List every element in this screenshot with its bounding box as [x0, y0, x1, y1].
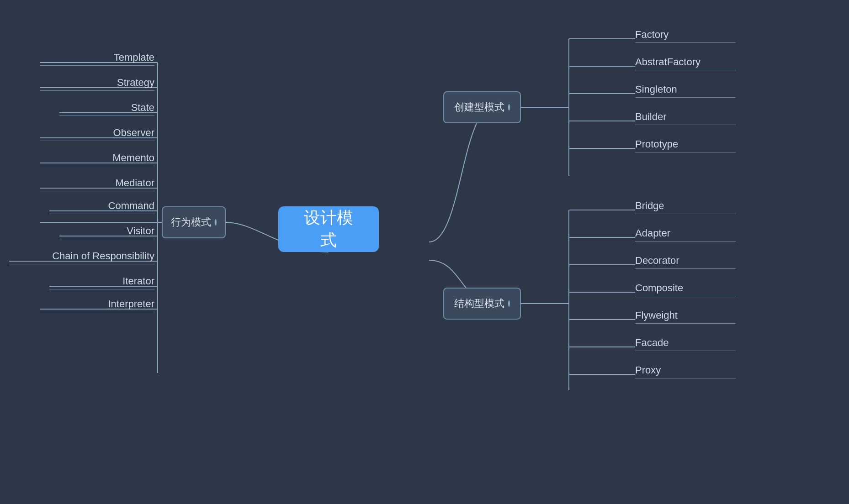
left-mid-label: 行为模式	[171, 215, 211, 229]
right-bottom-mid-label: 结构型模式	[454, 297, 504, 310]
center-label: 设计模式	[297, 207, 361, 252]
leaf-interpreter: Interpreter	[40, 298, 154, 312]
leaf-flyweight: Flyweight	[635, 310, 736, 324]
left-mid-node[interactable]: 行为模式	[162, 206, 226, 238]
leaf-facade: Facade	[635, 337, 736, 351]
right-top-collapse-icon[interactable]	[508, 104, 510, 110]
leaf-bridge: Bridge	[635, 200, 736, 214]
leaf-chain: Chain of Responsibility	[9, 250, 154, 264]
leaf-singleton: Singleton	[635, 84, 736, 98]
leaf-builder: Builder	[635, 111, 736, 125]
right-bottom-collapse-icon[interactable]	[508, 300, 510, 307]
leaf-factory: Factory	[635, 29, 736, 43]
leaf-prototype: Prototype	[635, 138, 736, 152]
leaf-memento: Memento	[40, 152, 154, 166]
leaf-visitor: Visitor	[59, 225, 154, 239]
leaf-command: Command	[49, 200, 154, 214]
right-bottom-mid-node[interactable]: 结构型模式	[443, 288, 521, 320]
leaf-abstratfactory: AbstratFactory	[635, 56, 736, 70]
right-top-mid-label: 创建型模式	[454, 100, 504, 114]
right-top-mid-node[interactable]: 创建型模式	[443, 91, 521, 123]
leaf-proxy: Proxy	[635, 364, 736, 378]
leaf-strategy: Strategy	[40, 77, 154, 91]
leaf-template: Template	[40, 52, 154, 66]
leaf-adapter: Adapter	[635, 227, 736, 242]
leaf-decorator: Decorator	[635, 255, 736, 269]
leaf-composite: Composite	[635, 282, 736, 296]
left-collapse-icon[interactable]	[215, 219, 217, 226]
leaf-mediator: Mediator	[40, 177, 154, 191]
center-node[interactable]: 设计模式	[278, 206, 379, 252]
leaf-observer: Observer	[40, 127, 154, 141]
leaf-state: State	[59, 102, 154, 116]
mind-map: 设计模式 行为模式 Template Strategy State Observ…	[0, 0, 849, 504]
leaf-iterator: Iterator	[49, 275, 154, 289]
